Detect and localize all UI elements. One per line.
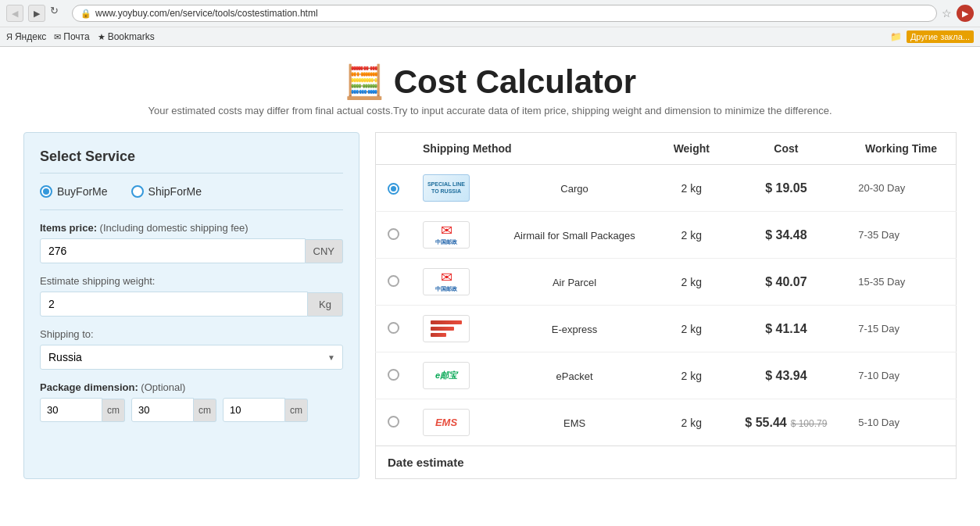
bookmark-mail[interactable]: ✉ Почта <box>54 31 89 42</box>
logo-cell-1: ✉ 中国邮政 <box>411 212 492 259</box>
dim2-unit: cm <box>194 399 216 422</box>
logo-cell-3 <box>411 306 492 352</box>
method-name-5: EMS <box>563 417 585 429</box>
logo-cell-4: e邮宝 <box>411 352 492 399</box>
weight-cell-3: 2 kg <box>657 306 725 352</box>
calculator-icon: 🧮 <box>344 63 384 100</box>
dim2-input[interactable] <box>131 398 194 422</box>
bookmark-star-icon[interactable]: ☆ <box>942 7 952 20</box>
header-row: Shipping Method Weight Cost Working Time <box>376 133 957 165</box>
dim1-input[interactable] <box>40 398 102 422</box>
working-time-cell-4: 7-10 Day <box>846 352 956 399</box>
dim1-group: cm <box>40 398 125 422</box>
weight-cell-2: 2 kg <box>657 259 725 306</box>
eexpress-logo <box>423 315 470 342</box>
dim1-unit: cm <box>102 399 125 422</box>
shipping-weight-field: Estimate shipping weight: Kg <box>40 275 343 317</box>
row-radio-5[interactable] <box>388 416 399 428</box>
cost-cell-4: $ 43.94 <box>726 352 847 399</box>
table-row[interactable]: ✉ 中国邮政 Air Parcel2 kg$ 40.0715-35 Day <box>376 259 957 306</box>
ems-logo: EMS <box>423 409 470 436</box>
shipping-to-select-wrapper: Russia ▼ <box>40 345 343 370</box>
row-radio-3[interactable] <box>388 322 399 334</box>
other-bookmarks-label[interactable]: Другие закла... <box>907 30 974 43</box>
row-radio-1[interactable] <box>388 228 399 240</box>
weight-cell-0: 2 kg <box>657 165 725 212</box>
row-radio-4[interactable] <box>388 369 399 381</box>
shipping-weight-unit: Kg <box>308 292 343 317</box>
working-time-cell-1: 7-35 Day <box>846 212 956 259</box>
weight-cell-4: 2 kg <box>657 352 725 399</box>
star-bookmarks-icon: ★ <box>98 32 106 42</box>
china-post-text: 中国邮政 <box>435 285 457 293</box>
method-name-cell-1: Airmail for Small Packages <box>492 212 657 259</box>
method-name-1: Airmail for Small Packages <box>513 230 635 242</box>
bookmark-bookmarks-label: Bookmarks <box>108 31 155 42</box>
special-russia-logo: SPECIAL LINE TO RUSSIA <box>423 174 470 202</box>
url-text: www.yoybuy.com/en/service/tools/costesti… <box>95 8 318 19</box>
shipping-to-field: Shipping to: Russia ▼ <box>40 328 343 370</box>
forward-button[interactable]: ▶ <box>28 5 45 22</box>
logo-cell-5: EMS <box>411 399 492 446</box>
page-content: 🧮 Cost Calculator Your estimated costs m… <box>0 47 980 495</box>
back-button[interactable]: ◀ <box>6 5 23 22</box>
table-row[interactable]: ✉ 中国邮政 Airmail for Small Packages2 kg$ 3… <box>376 212 957 259</box>
cost-value-4: $ 43.94 <box>765 369 807 382</box>
method-name-0: Cargo <box>560 183 588 195</box>
bookmark-bookmarks[interactable]: ★ Bookmarks <box>98 31 155 42</box>
radio-shipforme-circle[interactable] <box>131 185 144 198</box>
title-section: 🧮 Cost Calculator Your estimated costs m… <box>23 63 957 116</box>
items-price-input-group: CNY <box>40 238 343 263</box>
address-bar[interactable]: 🔒 www.yoybuy.com/en/service/tools/costes… <box>72 5 937 22</box>
bookmarks-bar: Я Яндекс ✉ Почта ★ Bookmarks 📁 Другие за… <box>0 27 980 46</box>
page-subtitle: Your estimated costs may differ from fin… <box>23 105 957 116</box>
items-price-label: Items price: (Including domestic shippin… <box>40 222 343 234</box>
bookmark-yandex[interactable]: Я Яндекс <box>6 31 46 42</box>
bookmark-mail-label: Почта <box>63 31 89 42</box>
header-shipping-method: Shipping Method <box>411 133 657 165</box>
package-dimension-field: Package dimension: (Optional) cm cm cm <box>40 381 343 422</box>
radio-shipforme[interactable]: ShipForMe <box>131 185 202 198</box>
shipping-weight-input[interactable] <box>40 292 308 317</box>
cost-cell-2: $ 40.07 <box>726 259 847 306</box>
method-name-cell-4: ePacket <box>492 352 657 399</box>
cost-cell-5: $ 55.44$ 100.79 <box>726 399 847 446</box>
yandex-icon: Я <box>6 32 13 41</box>
shipping-to-select[interactable]: Russia <box>40 345 343 370</box>
table-row[interactable]: EMS EMS2 kg$ 55.44$ 100.795-10 Day <box>376 399 957 446</box>
shipping-table: Shipping Method Weight Cost Working Time… <box>375 132 957 446</box>
items-price-input[interactable] <box>40 238 306 263</box>
radio-buyformen[interactable]: BuyForMe <box>40 185 108 198</box>
cost-value-3: $ 41.14 <box>765 322 807 335</box>
dim3-input[interactable] <box>223 398 285 422</box>
china-post-text: 中国邮政 <box>435 238 457 246</box>
radio-buyformen-circle[interactable] <box>40 185 52 198</box>
table-header: Shipping Method Weight Cost Working Time <box>376 133 957 165</box>
select-service-title: Select Service <box>40 148 343 174</box>
table-row[interactable]: e邮宝 ePacket2 kg$ 43.947-10 Day <box>376 352 957 399</box>
folder-icon: 📁 <box>890 31 902 42</box>
mail-icon: ✉ <box>54 32 61 42</box>
browser-chrome: ◀ ▶ ↻ 🔒 www.yoybuy.com/en/service/tools/… <box>0 0 980 47</box>
table-row[interactable]: SPECIAL LINE TO RUSSIA Cargo2 kg$ 19.052… <box>376 165 957 212</box>
reload-button[interactable]: ↻ <box>50 5 67 22</box>
epacket-logo: e邮宝 <box>423 362 470 389</box>
extension-icon[interactable]: ▶ <box>957 5 974 22</box>
cost-value-0: $ 19.05 <box>765 181 807 195</box>
left-panel: Select Service BuyForMe ShipForMe Items … <box>23 132 359 479</box>
header-working-time: Working Time <box>846 133 956 165</box>
shipping-to-label: Shipping to: <box>40 328 343 340</box>
working-time-cell-3: 7-15 Day <box>846 306 956 352</box>
cost-value-5: $ 55.44 <box>745 416 786 429</box>
bookmark-yandex-label: Яндекс <box>15 31 46 42</box>
cost-cell-1: $ 34.48 <box>726 212 847 259</box>
weight-cell-5: 2 kg <box>657 399 725 446</box>
row-radio-2[interactable] <box>388 275 399 287</box>
stripe3 <box>431 333 446 337</box>
right-panel: Shipping Method Weight Cost Working Time… <box>375 132 957 479</box>
dimension-row: cm cm cm <box>40 398 343 422</box>
row-radio-0[interactable] <box>388 183 399 195</box>
table-row[interactable]: E-express2 kg$ 41.147-15 Day <box>376 306 957 352</box>
method-name-cell-2: Air Parcel <box>492 259 657 306</box>
dim3-unit: cm <box>285 399 308 422</box>
